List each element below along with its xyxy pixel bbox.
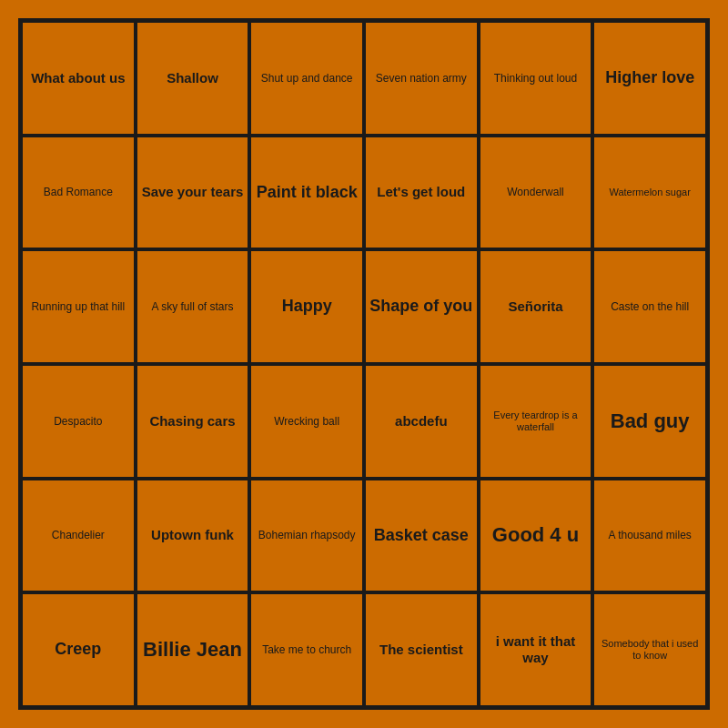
cell-text: Señorita bbox=[484, 298, 588, 315]
cell-text: Seven nation army bbox=[369, 72, 473, 85]
cell-text: Shut up and dance bbox=[255, 72, 359, 85]
bingo-cell: Señorita bbox=[479, 249, 593, 364]
cell-text: What about us bbox=[26, 70, 130, 86]
bingo-cell: Bohemian rhapsody bbox=[249, 479, 364, 593]
bingo-cell: A sky full of stars bbox=[136, 249, 250, 364]
bingo-cell: Bad guy bbox=[592, 364, 707, 479]
cell-text: Happy bbox=[255, 297, 359, 317]
bingo-board: What about usShallowShut up and danceSev… bbox=[18, 18, 710, 710]
cell-text: The scientist bbox=[369, 642, 473, 658]
bingo-cell: Higher love bbox=[592, 21, 707, 136]
bingo-cell: Running up that hill bbox=[21, 249, 136, 364]
bingo-cell: Bad Romance bbox=[21, 136, 136, 250]
bingo-cell: Shallow bbox=[136, 21, 250, 136]
cell-text: Chandelier bbox=[26, 529, 130, 541]
cell-text: Save your tears bbox=[141, 184, 245, 200]
cell-text: Basket case bbox=[369, 526, 473, 546]
bingo-cell: Caste on the hill bbox=[592, 249, 707, 364]
cell-text: Chasing cars bbox=[141, 413, 245, 430]
bingo-cell: Paint it black bbox=[249, 136, 364, 250]
cell-text: Bad guy bbox=[598, 410, 702, 433]
cell-text: Bad Romance bbox=[26, 186, 130, 198]
cell-text: Take me to church bbox=[255, 643, 359, 656]
bingo-cell: Billie Jean bbox=[136, 592, 250, 707]
cell-text: Wrecking ball bbox=[255, 415, 359, 428]
cell-text: Thinking out loud bbox=[484, 72, 588, 85]
cell-text: Let's get loud bbox=[369, 184, 473, 200]
cell-text: A sky full of stars bbox=[141, 300, 245, 313]
bingo-cell: The scientist bbox=[364, 592, 479, 707]
bingo-cell: Creep bbox=[21, 592, 136, 707]
cell-text: Paint it black bbox=[255, 183, 359, 203]
cell-text: A thousand miles bbox=[598, 529, 702, 541]
bingo-cell: Seven nation army bbox=[364, 21, 479, 136]
cell-text: i want it that way bbox=[484, 633, 588, 666]
bingo-cell: Shut up and dance bbox=[249, 21, 364, 136]
bingo-cell: Shape of you bbox=[364, 249, 479, 364]
bingo-cell: Uptown funk bbox=[136, 479, 250, 593]
cell-text: abcdefu bbox=[369, 413, 473, 430]
bingo-cell: Chasing cars bbox=[136, 364, 250, 479]
bingo-cell: Somebody that i used to know bbox=[592, 592, 707, 707]
bingo-cell: Watermelon sugar bbox=[592, 136, 707, 250]
bingo-cell: Every teardrop is a waterfall bbox=[479, 364, 593, 479]
bingo-cell: Thinking out loud bbox=[479, 21, 593, 136]
cell-text: Somebody that i used to know bbox=[598, 638, 702, 662]
cell-text: Shape of you bbox=[369, 297, 473, 317]
bingo-cell: Chandelier bbox=[21, 479, 136, 593]
bingo-cell: abcdefu bbox=[364, 364, 479, 479]
cell-text: Uptown funk bbox=[141, 527, 245, 543]
bingo-cell: Take me to church bbox=[249, 592, 364, 707]
cell-text: Caste on the hill bbox=[598, 300, 702, 313]
bingo-cell: What about us bbox=[21, 21, 136, 136]
cell-text: Every teardrop is a waterfall bbox=[484, 410, 588, 433]
bingo-cell: Basket case bbox=[364, 479, 479, 593]
cell-text: Watermelon sugar bbox=[598, 187, 702, 198]
bingo-cell: Save your tears bbox=[136, 136, 250, 250]
bingo-cell: Wonderwall bbox=[479, 136, 593, 250]
cell-text: Higher love bbox=[598, 68, 702, 88]
bingo-cell: A thousand miles bbox=[592, 479, 707, 593]
cell-text: Creep bbox=[26, 640, 130, 660]
bingo-cell: Let's get loud bbox=[364, 136, 479, 250]
cell-text: Bohemian rhapsody bbox=[255, 529, 359, 541]
bingo-cell: Despacito bbox=[21, 364, 136, 479]
cell-text: Good 4 u bbox=[484, 523, 588, 547]
bingo-cell: Happy bbox=[249, 249, 364, 364]
cell-text: Billie Jean bbox=[141, 638, 245, 662]
cell-text: Wonderwall bbox=[484, 186, 588, 198]
cell-text: Running up that hill bbox=[26, 300, 130, 313]
cell-text: Despacito bbox=[26, 415, 130, 428]
bingo-cell: Wrecking ball bbox=[249, 364, 364, 479]
bingo-cell: i want it that way bbox=[479, 592, 593, 707]
cell-text: Shallow bbox=[141, 70, 245, 86]
bingo-cell: Good 4 u bbox=[479, 479, 593, 593]
